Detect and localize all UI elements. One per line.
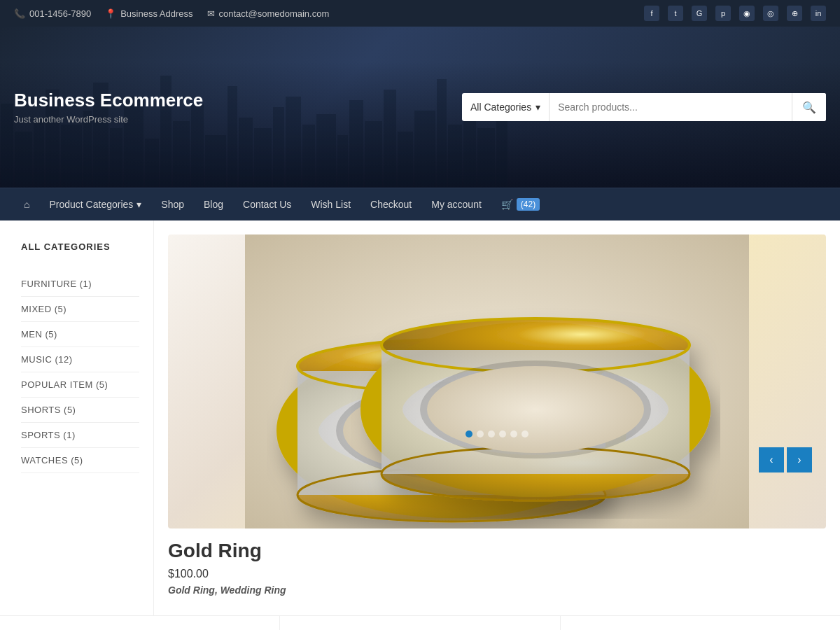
top-bar: 📞 001-1456-7890 📍 Business Address ✉ con… — [0, 0, 840, 27]
product-area: ‹ › Gold Ring $100.00 Gold Ring, Wedding… — [154, 220, 840, 615]
category-list: FURNITURE (1) MIXED (5) MEN (5) MUSIC (1… — [21, 272, 139, 473]
location-icon: 📍 — [105, 8, 116, 19]
flickr-icon[interactable]: ⊕ — [787, 6, 802, 21]
dribbble-icon[interactable]: ◉ — [739, 6, 755, 21]
search-bar: All Categories ▾ 🔍 — [462, 93, 826, 121]
product-image — [168, 234, 826, 528]
slide-dot-5[interactable] — [510, 430, 517, 438]
search-input[interactable] — [550, 93, 792, 121]
email-icon: ✉ — [207, 8, 215, 19]
category-popular[interactable]: POPULAR ITEM (5) — [21, 372, 139, 398]
header-content: Business Ecommerce Just another WordPres… — [14, 83, 826, 132]
google-icon[interactable]: G — [692, 6, 707, 21]
category-mixed[interactable]: MIXED (5) — [21, 297, 139, 322]
category-label: All Categories — [470, 102, 531, 113]
nav-checkout[interactable]: Checkout — [360, 189, 421, 220]
address-item: 📍 Business Address — [105, 8, 192, 19]
nav-wishlist[interactable]: Wish List — [301, 189, 360, 220]
shop-label: Shop — [161, 199, 184, 210]
email-item: ✉ contact@somedomain.com — [207, 8, 330, 19]
wishlist-label: Wish List — [311, 199, 351, 210]
slider-navigation: ‹ › — [759, 447, 812, 472]
product-price: $100.00 — [168, 568, 826, 580]
svg-point-16 — [427, 366, 644, 453]
category-men[interactable]: MEN (5) — [21, 322, 139, 347]
category-shorts[interactable]: SHORTS (5) — [21, 398, 139, 423]
nav-product-categories[interactable]: Product Categories ▾ — [39, 189, 151, 220]
nav-shop[interactable]: Shop — [151, 189, 194, 220]
email-text: contact@somedomain.com — [219, 8, 330, 19]
site-header: Business Ecommerce Just another WordPres… — [0, 27, 840, 188]
chevron-down-icon: ▾ — [536, 102, 540, 113]
features-bar: ➤ FREE SHIPPING On all orders over... 🎁 … — [0, 615, 840, 630]
category-music[interactable]: MUSIC (12) — [21, 347, 139, 372]
feature-support: ⊕ 24/7 SUPORT We will be at your service — [561, 616, 840, 630]
blog-link[interactable]: Blog — [194, 189, 233, 220]
brand: Business Ecommerce Just another WordPres… — [14, 90, 203, 125]
cart-count: (42) — [517, 198, 540, 211]
slide-dot-2[interactable] — [477, 430, 484, 438]
slider-dots — [465, 430, 528, 438]
product-categories-label: Product Categories — [49, 199, 133, 210]
brand-name: Business Ecommerce — [14, 90, 203, 111]
wishlist-link[interactable]: Wish List — [301, 189, 360, 220]
main-nav: ⌂ Product Categories ▾ Shop Blog Contact… — [0, 188, 840, 220]
sidebar-title: ALL CATEGORIES — [21, 241, 139, 259]
phone-item: 📞 001-1456-7890 — [14, 8, 91, 19]
product-info: Gold Ring $100.00 Gold Ring, Wedding Rin… — [168, 528, 826, 601]
slide-dot-4[interactable] — [499, 430, 506, 438]
cart-link[interactable]: 🛒 (42) — [491, 188, 550, 220]
top-bar-left: 📞 001-1456-7890 📍 Business Address ✉ con… — [14, 8, 329, 19]
feature-shipping: ➤ FREE SHIPPING On all orders over... — [0, 616, 280, 630]
contact-label: Contact Us — [243, 199, 291, 210]
search-button[interactable]: 🔍 — [792, 93, 826, 121]
main-content: ALL CATEGORIES FURNITURE (1) MIXED (5) M… — [0, 220, 840, 615]
address-text: Business Address — [120, 8, 192, 19]
twitter-icon[interactable]: t — [668, 6, 683, 21]
category-sports[interactable]: SPORTS (1) — [21, 423, 139, 448]
next-slide-button[interactable]: › — [787, 447, 812, 472]
sidebar: ALL CATEGORIES FURNITURE (1) MIXED (5) M… — [0, 220, 154, 615]
phone-number: 001-1456-7890 — [29, 8, 91, 19]
facebook-icon[interactable]: f — [644, 6, 659, 21]
checkout-link[interactable]: Checkout — [360, 189, 421, 220]
account-link[interactable]: My account — [421, 189, 491, 220]
checkout-label: Checkout — [370, 199, 412, 210]
blog-label: Blog — [204, 199, 223, 210]
product-title: Gold Ring — [168, 540, 826, 562]
brand-tagline: Just another WordPress site — [14, 114, 203, 125]
product-slider: ‹ › — [168, 234, 826, 528]
phone-icon: 📞 — [14, 8, 25, 19]
product-tags: Gold Ring, Wedding Ring — [168, 584, 826, 596]
category-dropdown[interactable]: All Categories ▾ — [462, 93, 550, 121]
linkedin-icon[interactable]: in — [811, 6, 826, 21]
home-icon: ⌂ — [24, 199, 29, 210]
instagram-icon[interactable]: ◎ — [763, 6, 778, 21]
account-label: My account — [431, 199, 482, 210]
nav-account[interactable]: My account — [421, 189, 491, 220]
shop-link[interactable]: Shop — [151, 189, 194, 220]
cart-icon: 🛒 — [501, 199, 513, 210]
pinterest-icon[interactable]: p — [715, 6, 731, 21]
slide-dot-6[interactable] — [522, 430, 528, 438]
nav-contact[interactable]: Contact Us — [233, 189, 301, 220]
dropdown-arrow-icon: ▾ — [136, 199, 141, 210]
nav-home[interactable]: ⌂ — [14, 189, 39, 220]
product-categories-link[interactable]: Product Categories ▾ — [39, 189, 151, 220]
nav-cart[interactable]: 🛒 (42) — [491, 188, 550, 220]
prev-slide-button[interactable]: ‹ — [759, 447, 784, 472]
category-watches[interactable]: WATCHES (5) — [21, 448, 139, 473]
contact-link[interactable]: Contact Us — [233, 189, 301, 220]
slide-dot-3[interactable] — [488, 430, 495, 438]
social-links: f t G p ◉ ◎ ⊕ in — [644, 6, 826, 21]
feature-discount: 🎁 GET DISCOUNT Get Coupon & Discount — [280, 616, 560, 630]
home-link[interactable]: ⌂ — [14, 189, 39, 220]
nav-blog[interactable]: Blog — [194, 189, 233, 220]
slide-dot-1[interactable] — [465, 430, 472, 438]
category-furniture[interactable]: FURNITURE (1) — [21, 272, 139, 297]
